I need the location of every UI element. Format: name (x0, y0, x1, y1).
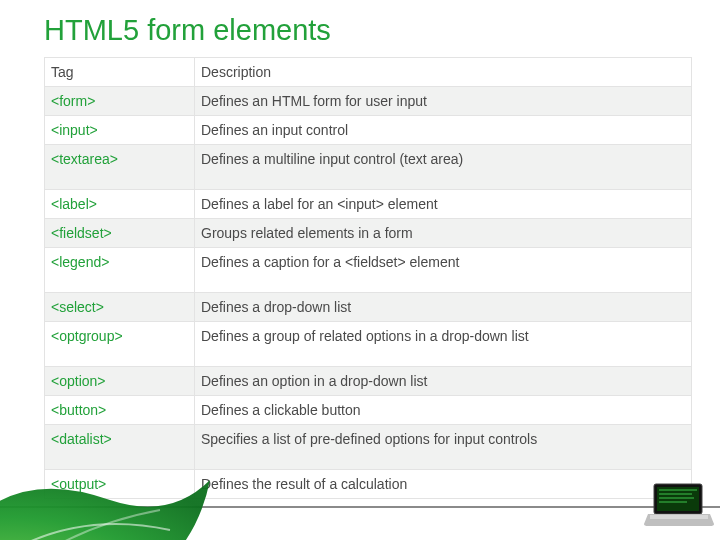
cell-desc: Defines a group of related options in a … (195, 322, 692, 367)
cell-desc: Defines an HTML form for user input (195, 87, 692, 116)
cell-tag: <option> (45, 367, 195, 396)
svg-rect-2 (650, 515, 708, 519)
table-row: <input> Defines an input control (45, 116, 692, 145)
cell-desc: Defines the result of a calculation (195, 470, 692, 499)
table-row: <option> Defines an option in a drop-dow… (45, 367, 692, 396)
cell-tag: <select> (45, 293, 195, 322)
table-row: <optgroup> Defines a group of related op… (45, 322, 692, 367)
cell-desc: Defines a multiline input control (text … (195, 145, 692, 190)
table-row: <datalist> Specifies a list of pre-defin… (45, 425, 692, 470)
cell-desc: Defines an option in a drop-down list (195, 367, 692, 396)
col-header-desc: Description (195, 58, 692, 87)
cell-desc: Specifies a list of pre-defined options … (195, 425, 692, 470)
table-row: <form> Defines an HTML form for user inp… (45, 87, 692, 116)
table-row: <fieldset> Groups related elements in a … (45, 219, 692, 248)
cell-tag: <form> (45, 87, 195, 116)
cell-desc: Defines a clickable button (195, 396, 692, 425)
cell-desc: Defines an input control (195, 116, 692, 145)
col-header-tag: Tag (45, 58, 195, 87)
cell-tag: <label> (45, 190, 195, 219)
cell-tag: <fieldset> (45, 219, 195, 248)
table-row: <button> Defines a clickable button (45, 396, 692, 425)
cell-desc: Groups related elements in a form (195, 219, 692, 248)
cell-tag: <input> (45, 116, 195, 145)
page-title: HTML5 form elements (44, 14, 692, 47)
cell-tag: <legend> (45, 248, 195, 293)
cell-desc: Defines a label for an <input> element (195, 190, 692, 219)
footer-divider (0, 506, 720, 508)
table-row: <legend> Defines a caption for a <fields… (45, 248, 692, 293)
cell-tag: <output> (45, 470, 195, 499)
cell-tag: <button> (45, 396, 195, 425)
cell-desc: Defines a drop-down list (195, 293, 692, 322)
form-elements-table: Tag Description <form> Defines an HTML f… (44, 57, 692, 499)
table-row: <textarea> Defines a multiline input con… (45, 145, 692, 190)
table-row: <label> Defines a label for an <input> e… (45, 190, 692, 219)
cell-tag: <datalist> (45, 425, 195, 470)
cell-tag: <optgroup> (45, 322, 195, 367)
table-row: <output> Defines the result of a calcula… (45, 470, 692, 499)
table-header-row: Tag Description (45, 58, 692, 87)
table-row: <select> Defines a drop-down list (45, 293, 692, 322)
slide: HTML5 form elements Tag Description <for… (0, 0, 720, 540)
cell-desc: Defines a caption for a <fieldset> eleme… (195, 248, 692, 293)
cell-tag: <textarea> (45, 145, 195, 190)
